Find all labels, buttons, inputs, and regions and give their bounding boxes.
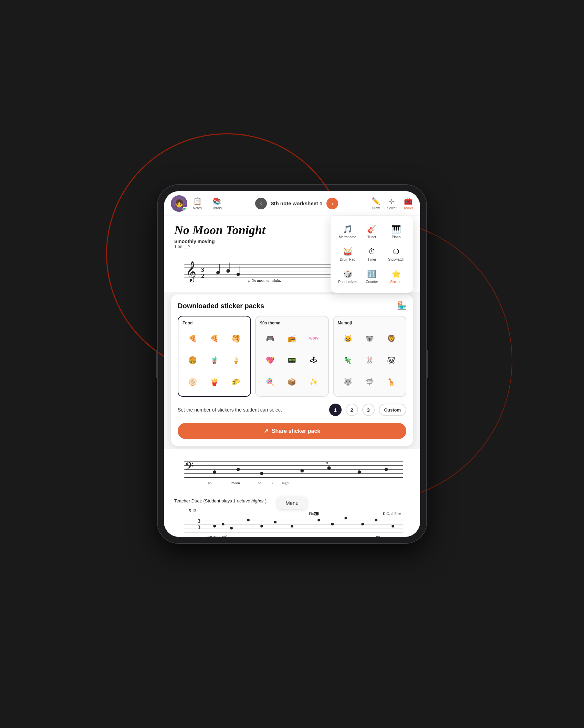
count-3-button[interactable]: 3: [362, 404, 375, 416]
menu-label: Menu: [285, 500, 299, 506]
share-sticker-pack-button[interactable]: ↗ Share sticker pack: [178, 423, 406, 439]
toolkit-timer[interactable]: ⏱ Timer: [361, 244, 384, 265]
svg-point-55: [274, 521, 277, 523]
sticker-pancakes: 🥞: [226, 328, 246, 349]
toolkit-drum-pad[interactable]: 🥁 Drum Pad: [336, 244, 359, 265]
notes-label: Notes: [193, 206, 202, 210]
sticker-memoji-4: 🦎: [338, 350, 358, 370]
sticker-90s-2: 📻: [282, 328, 302, 349]
toolkit-stickers[interactable]: ⭐ Stickers: [385, 266, 408, 287]
sticker-fries: 🍟: [204, 372, 225, 392]
svg-point-61: [375, 519, 377, 522]
pack-name-food: Food: [182, 321, 246, 325]
toolkit-dropdown: 🎵 Metronome 🎸 Tuner 🎹 Piano 🥁 Drum Pad ⏱: [331, 216, 413, 293]
count-1-button[interactable]: 1: [329, 404, 342, 416]
svg-point-31: [300, 469, 304, 472]
svg-text:p: p: [248, 278, 250, 282]
counter-icon: 🔢: [367, 270, 376, 279]
sticker-pizza1: 🍕: [182, 328, 203, 349]
bottom-staff-svg: 𝄢 no moon to - night. p: [174, 454, 410, 489]
toolkit-tuner[interactable]: 🎸 Tuner: [361, 221, 384, 242]
stickers-label: Stickers: [390, 280, 403, 284]
sticker-90s-6: 🕹: [304, 350, 324, 370]
svg-text:𝄢: 𝄢: [185, 460, 194, 475]
toolkit-stopwatch[interactable]: ⏲ Stopwatch: [385, 244, 408, 265]
prev-page-button[interactable]: ‹: [255, 198, 267, 209]
svg-text:pp–p on repeat: pp–p on repeat: [204, 534, 227, 537]
count-selector: Set the number of stickers the student c…: [178, 404, 406, 416]
svg-point-10: [226, 269, 230, 273]
svg-text:2: 2: [201, 272, 204, 279]
toolkit-button[interactable]: 🧰 Toolkit: [404, 197, 413, 210]
nav-library[interactable]: 📚 Library: [211, 197, 222, 210]
svg-point-50: [213, 525, 216, 528]
svg-point-33: [358, 470, 361, 474]
svg-text:3: 3: [198, 518, 200, 524]
select-icon: ⊹: [389, 197, 395, 205]
svg-point-62: [392, 525, 394, 528]
avatar[interactable]: 👧: [171, 195, 187, 212]
sticker-pack-food[interactable]: Food 🍕 🍕 🥞 🍔 🧋 🍦 🫓 🍟 🌮: [178, 316, 251, 397]
metronome-icon: 🎵: [343, 225, 352, 234]
sticker-memoji-7: 🐺: [338, 372, 358, 392]
sticker-memoji-5: 🐰: [359, 350, 380, 370]
svg-point-32: [327, 467, 331, 470]
svg-text:D.C. al Fine: D.C. al Fine: [383, 511, 401, 516]
toolkit-grid: 🎵 Metronome 🎸 Tuner 🎹 Piano 🥁 Drum Pad ⏱: [336, 221, 408, 287]
toolkit-piano[interactable]: 🎹 Piano: [385, 221, 408, 242]
food-sticker-grid: 🍕 🍕 🥞 🍔 🧋 🍦 🫓 🍟 🌮: [182, 328, 246, 392]
share-label: Share sticker pack: [272, 428, 320, 434]
nav-items: 📋 Notes 📚 Library: [193, 197, 222, 210]
svg-text:9: 9: [314, 512, 316, 516]
sticker-taco: 🌮: [226, 372, 246, 392]
sticker-memoji-9: 🦒: [381, 372, 402, 392]
worksheet-nav: ‹ 8th note worksheet 1 ›: [222, 198, 372, 209]
duet-staff-svg: 1 5 13 3 3 Fine 9 D.C. al Fine: [174, 506, 410, 537]
drum-pad-label: Drum Pad: [340, 258, 355, 261]
svg-text:-: -: [272, 481, 273, 485]
sticker-pack-memoji[interactable]: Memoji 😸 🐨 🦁 🦎 🐰 🐼 🐺 🦈 🦒: [333, 316, 406, 397]
svg-point-51: [222, 523, 225, 526]
sticker-boba: 🧋: [204, 350, 225, 370]
sticker-panel: Downloaded sticker packs 🏪 Food 🍕 🍕 🥞 🍔 …: [171, 294, 413, 446]
svg-point-34: [385, 468, 388, 471]
svg-text:no: no: [208, 481, 212, 485]
notes-icon: 📋: [193, 197, 202, 205]
toolkit-counter[interactable]: 🔢 Counter: [361, 266, 384, 287]
counter-label: Counter: [366, 280, 378, 284]
draw-icon: ✏️: [372, 197, 380, 205]
svg-point-58: [331, 523, 334, 526]
library-icon: 📚: [212, 197, 221, 205]
svg-text:to: to: [258, 481, 261, 485]
count-2-button[interactable]: 2: [346, 404, 358, 416]
toolkit-metronome[interactable]: 🎵 Metronome: [336, 221, 359, 242]
pack-name-memoji: Memoji: [338, 321, 402, 325]
svg-point-8: [216, 271, 220, 274]
toolkit-randomizer[interactable]: 🎲 Randomizer: [336, 266, 359, 287]
count-custom-button[interactable]: Custom: [379, 404, 406, 416]
menu-popup[interactable]: Menu: [277, 497, 307, 509]
draw-button[interactable]: ✏️ Draw: [372, 197, 380, 210]
svg-point-52: [230, 527, 233, 530]
next-page-button[interactable]: ›: [326, 198, 338, 209]
select-button[interactable]: ⊹ Select: [387, 197, 397, 210]
nav-notes[interactable]: 📋 Notes: [193, 197, 202, 210]
svg-text:np: np: [376, 534, 380, 537]
sticker-90s-5: 📟: [282, 350, 302, 370]
sticker-pack-90s[interactable]: 90s theme 🎮 📻 WOW 💖 📟 🕹 🍭 📦 ✨: [255, 316, 328, 397]
top-bar: 👧 📋 Notes 📚 Library ‹ 8th note worksheet…: [164, 191, 420, 216]
sticker-burger: 🍔: [182, 350, 203, 370]
sticker-90s-wow: WOW: [304, 328, 324, 349]
stopwatch-icon: ⏲: [393, 247, 400, 256]
sticker-memoji-6: 🐼: [381, 350, 402, 370]
top-bar-right: ✏️ Draw ⊹ Select 🧰 Toolkit: [372, 197, 413, 210]
sticker-90s-8: 📦: [282, 372, 302, 392]
stickers-icon: ⭐: [392, 270, 401, 279]
sticker-90s-9: ✨: [304, 372, 324, 392]
memoji-sticker-grid: 😸 🐨 🦁 🦎 🐰 🐼 🐺 🦈 🦒: [338, 328, 402, 392]
store-icon[interactable]: 🏪: [397, 301, 406, 310]
90s-sticker-grid: 🎮 📻 WOW 💖 📟 🕹 🍭 📦 ✨: [260, 328, 324, 392]
duet-title-end: ): [265, 498, 267, 503]
sticker-panel-header: Downloaded sticker packs 🏪: [178, 301, 406, 310]
timer-label: Timer: [367, 258, 376, 261]
